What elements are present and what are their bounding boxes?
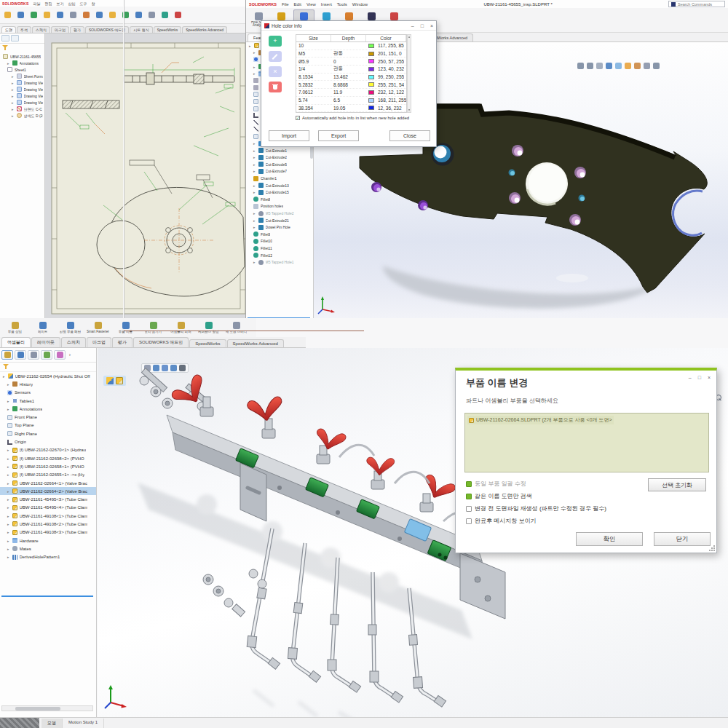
ribbon-icon[interactable] [147,9,157,22]
tree-item[interactable]: Cut-Extrude13 [246,182,313,189]
ribbon-icon[interactable] [42,9,52,22]
tree-item[interactable]: Cut-Extrude15 [246,189,313,196]
maximize-button[interactable]: □ [421,23,424,28]
tree-item[interactable]: (f) UBW-21162-02658<1> (PVHO [0,462,96,470]
command-tab[interactable]: 스케치 [61,337,86,347]
command-tab[interactable]: SOLIDWORKS 애드인 [133,337,189,347]
feature-tree-tab[interactable] [1,350,13,360]
minimize-button[interactable]: – [689,375,692,380]
tree-item[interactable]: Sheet Format1 [0,73,44,79]
hole-table-row[interactable]: Ø5.9 0 250, 57, 255 [296,58,406,66]
menu-item[interactable]: 도구 [79,1,87,6]
menu-item[interactable]: File [282,2,289,7]
tree-item[interactable]: UBW-21161-49108<1> (Tube Clam [0,512,96,520]
tree-item[interactable]: Cut-Extrude1 [246,147,313,154]
view-toolbar-icon[interactable] [587,63,593,69]
option-row[interactable]: 완료후 메시지창 보이기 [466,517,606,525]
tree-item[interactable]: Drawing View3 [0,92,44,99]
tree-item[interactable]: Origin [0,438,96,446]
menu-item[interactable]: Window [352,2,368,7]
ribbon-icon[interactable] [160,9,170,22]
ok-button[interactable]: 확인 [576,532,643,546]
command-tab[interactable]: SpeedWorks Advanced [182,26,227,33]
tree-item[interactable]: Right Plane [0,430,96,438]
checkbox[interactable] [466,506,472,512]
menu-item[interactable]: 편집 [44,1,52,6]
ribbon-icon[interactable] [29,9,39,22]
option-row[interactable]: 같은 이름 도면만 검색 [466,492,606,500]
ribbon-icon[interactable] [55,9,65,22]
close-icon[interactable]: × [708,375,711,380]
import-button[interactable]: Import [269,130,309,141]
hole-table-row[interactable]: 7.0612 11.9 232, 12, 122 [296,89,406,97]
ribbon-button[interactable]: 레퍼런스 형상 [195,319,222,336]
menu-item[interactable]: Edit [294,2,301,7]
command-tab[interactable]: 마크업 [87,337,111,347]
tree-item[interactable]: (f) UBW-21162-02698<2> (PVHO [0,454,96,462]
tree-item[interactable]: Tables1 [0,397,96,405]
drawing-sheet-area[interactable] [45,33,246,319]
auto-add-checkbox-row[interactable]: ✓ Automatically add hole info in list wh… [296,116,409,120]
view-toolbar-icon[interactable] [625,63,631,69]
ribbon-button[interactable]: Smart Fastener [84,319,111,336]
tree-item[interactable]: UBW-21161-45495<4> (Tube Clam [0,504,96,512]
menu-item[interactable]: View [306,2,316,7]
command-tab[interactable]: 평가 [70,26,84,33]
hole-table-row[interactable]: M5 관통 201, 151, 0 [296,50,406,58]
tree-item[interactable]: Cut-Extrude21 [246,217,313,224]
view-toolbar-icon[interactable] [653,63,660,69]
view-toolbar-icon[interactable] [577,63,584,69]
filter-icon[interactable] [3,364,9,370]
tree-item[interactable]: (f) UBW-21162-02670<1> (Hydrau [0,446,96,454]
ribbon-button[interactable]: 부품 삽입 [1,319,28,336]
search-commands-box[interactable]: Search Commands [668,1,725,7]
ribbon-button[interactable]: 메이트 [29,319,56,336]
view-toolbar-icon[interactable] [596,63,603,69]
configuration-tab[interactable] [41,350,52,360]
dialog-titlebar[interactable]: Hole color info – □ × [261,21,436,31]
ribbon-button[interactable]: 부품 이동 [112,319,139,336]
menu-item[interactable]: 삽입 [68,1,75,6]
tree-item[interactable]: Drawing View4 [0,99,44,106]
reset-selection-button[interactable]: 선택 초기화 [648,478,706,491]
menu-item[interactable]: 파일 [33,1,40,6]
tree-item[interactable]: Cut-Extrude5 [246,161,313,168]
tree-item[interactable]: Hardware [0,537,96,545]
close-button[interactable]: 닫기 [654,532,711,546]
tree-item[interactable]: (f) UBW-21162-02655<1> ->x (Hy [0,471,96,479]
remove-row-button[interactable]: × [269,66,282,77]
tree-item[interactable]: Mates [0,545,96,553]
add-row-button[interactable]: + [269,36,282,47]
tree-item[interactable]: Dowel Pin Hole [246,223,313,231]
command-tab[interactable]: SpeedWorks [189,339,226,347]
view-toolbar-icon[interactable] [606,63,612,69]
tree-item[interactable]: Annotations [0,60,44,66]
tree-item[interactable]: Drawing View2 [0,86,44,92]
view-toolbar-icon[interactable] [615,63,622,69]
bottom-tab[interactable]: Motion Study 1 [63,719,104,728]
ribbon-icon[interactable] [3,9,12,22]
tree-item[interactable]: Chamfer1 [246,175,313,182]
appearance-tab[interactable] [54,350,66,360]
command-tab[interactable]: 마크업 [51,26,69,33]
tree-item[interactable]: Fillet8 [246,196,313,203]
tree-item[interactable]: M5 Tapped Hole1 [246,258,313,266]
hole-table-row[interactable]: 8.1534 13.462 99, 250, 255 [296,74,406,82]
tree-item[interactable]: DerivedHolePattern1 [0,553,96,561]
tree-item[interactable]: 단면도 C-C [0,106,44,112]
tree-item[interactable]: UBW-21161-45655 [0,53,44,60]
table-scrollbar[interactable] [407,34,411,113]
command-tab[interactable]: 스케치 [32,26,50,33]
filter-icon[interactable] [2,45,8,51]
tree-item[interactable]: Cut-Extrude2 [246,154,313,162]
ribbon-button[interactable]: 표시 숨기기 [140,319,167,336]
tree-item[interactable]: Sensors [0,389,96,397]
tree-item[interactable]: History [0,380,96,388]
ribbon-icon[interactable] [173,9,183,22]
checkbox-checked[interactable]: ✓ [296,116,300,120]
tree-item[interactable]: Position holes [246,203,313,210]
tree-item[interactable]: Fillet9 [246,231,313,238]
command-tab[interactable]: SpeedWorks Advanced [227,339,284,347]
option-row[interactable]: 변경 전 도면파일 재생성 (파트만 수정된 경우 필수) [466,505,606,513]
tree-item[interactable]: Sheet1 [0,66,44,73]
